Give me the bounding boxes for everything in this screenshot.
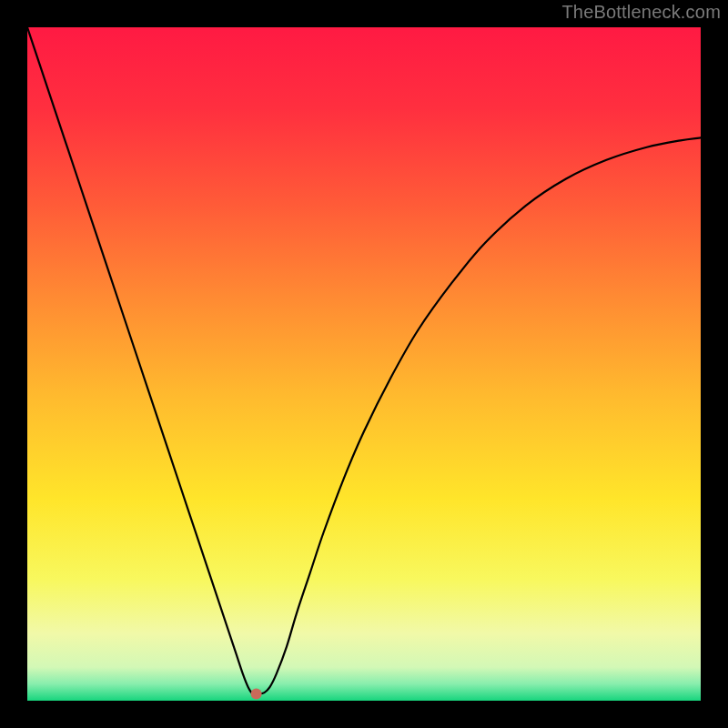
chart-svg (27, 27, 701, 701)
target-point-marker (251, 689, 262, 700)
gradient-background (27, 27, 701, 701)
plot-area (27, 27, 701, 701)
chart-container: TheBottleneck.com (0, 0, 728, 728)
watermark-label: TheBottleneck.com (561, 2, 721, 23)
